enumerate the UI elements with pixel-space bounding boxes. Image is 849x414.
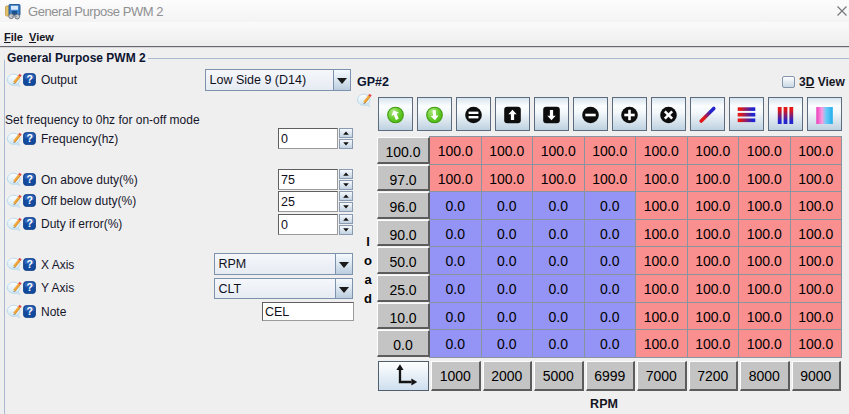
svg-text:?: ?: [26, 258, 32, 270]
svg-text:?: ?: [26, 305, 32, 317]
svg-text:?: ?: [26, 281, 32, 293]
svg-text:?: ?: [26, 194, 32, 206]
svg-text:?: ?: [26, 173, 32, 185]
svg-text:?: ?: [26, 132, 32, 144]
svg-text:?: ?: [26, 217, 32, 229]
svg-text:?: ?: [26, 73, 32, 85]
